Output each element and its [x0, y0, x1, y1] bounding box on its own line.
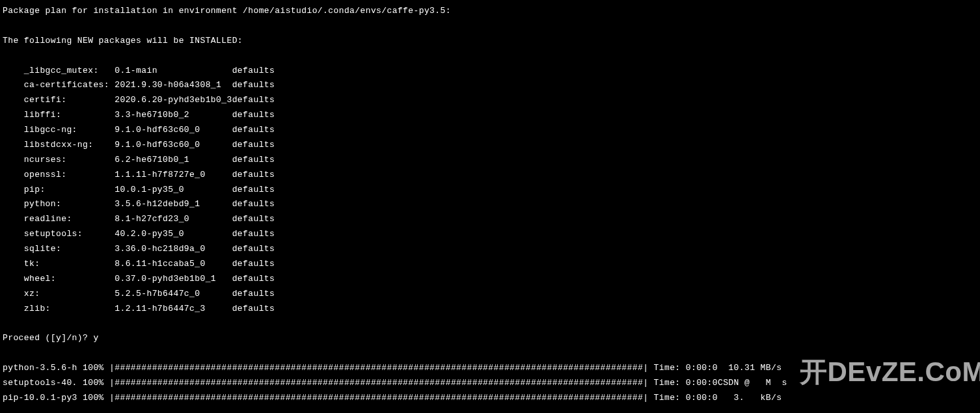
proceed-prompt[interactable]: Proceed ([y]/n)? y — [3, 333, 99, 343]
terminal-line: certifi: 2020.6.20-pyhd3eb1b0_3defaults — [3, 95, 275, 105]
terminal-line: tk: 8.6.11-h1ccaba5_0 defaults — [3, 259, 275, 269]
terminal-line: zlib: 1.2.11-h7b6447c_3 defaults — [3, 304, 275, 313]
terminal-line: Package plan for installation in environ… — [3, 6, 451, 16]
terminal-output: Package plan for installation in environ… — [0, 0, 980, 413]
terminal-line: readline: 8.1-h27cfd23_0 defaults — [3, 214, 275, 224]
download-progress-line: python-3.5.6-h 100% |###################… — [3, 363, 782, 373]
terminal-line: libffi: 3.3-he6710b0_2 defaults — [3, 110, 275, 120]
terminal-line: ca-certificates: 2021.9.30-h06a4308_1 de… — [3, 80, 275, 90]
download-progress-line: setuptools-40. 100% |###################… — [3, 378, 787, 388]
terminal-line: wheel: 0.37.0-pyhd3eb1b0_1 defaults — [3, 274, 275, 284]
terminal-line: _libgcc_mutex: 0.1-main defaults — [3, 66, 275, 75]
terminal-line: xz: 5.2.5-h7b6447c_0 defaults — [3, 289, 275, 299]
terminal-line: The following NEW packages will be INSTA… — [3, 36, 243, 46]
download-progress-line: pip-10.0.1-py3 100% |###################… — [3, 393, 782, 403]
terminal-line: ncurses: 6.2-he6710b0_1 defaults — [3, 155, 275, 165]
terminal-line: pip: 10.0.1-py35_0 defaults — [3, 185, 275, 194]
terminal-line: python: 3.5.6-h12debd9_1 defaults — [3, 199, 275, 209]
terminal-line: setuptools: 40.2.0-py35_0 defaults — [3, 229, 275, 239]
terminal-line: sqlite: 3.36.0-hc218d9a_0 defaults — [3, 244, 275, 254]
terminal-line: libstdcxx-ng: 9.1.0-hdf63c60_0 defaults — [3, 140, 275, 150]
terminal-line: libgcc-ng: 9.1.0-hdf63c60_0 defaults — [3, 125, 275, 135]
terminal-line: openssl: 1.1.1l-h7f8727e_0 defaults — [3, 170, 275, 180]
